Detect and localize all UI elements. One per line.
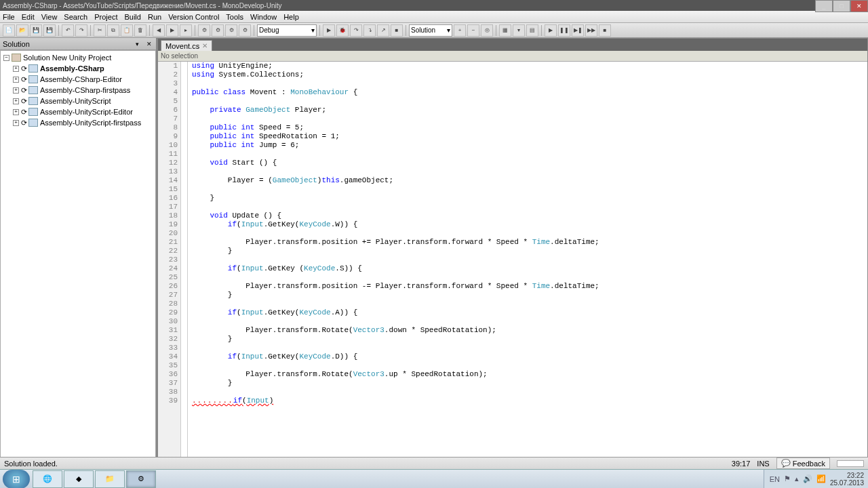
rebuild-button[interactable]: ⚙ (239, 24, 251, 37)
solution-tree[interactable]: −Solution New Unity Project+⟳Assembly-CS… (0, 50, 156, 469)
solution-panel-header: Solution ▾ ✕ (0, 38, 156, 50)
close-icon[interactable]: ✕ (202, 42, 208, 49)
minimize-button[interactable]: _ (815, 0, 833, 12)
config-combo[interactable]: Debug▾ (257, 24, 317, 37)
solution-root[interactable]: −Solution New Unity Project (1, 52, 155, 63)
panel-header-buttons: ▾ ✕ (132, 39, 153, 49)
save-all-button[interactable]: 💾 (43, 24, 56, 37)
breadcrumb-bar[interactable]: No selection (158, 51, 867, 62)
tray-volume-icon[interactable]: 🔊 (803, 474, 812, 483)
solution-item-3[interactable]: +⟳Assembly-UnityScript (1, 96, 155, 106)
step-out-button[interactable]: ↗ (377, 24, 389, 37)
menu-help[interactable]: Help (283, 13, 299, 21)
solution-combo[interactable]: Solution▾ (409, 24, 452, 37)
menu-edit[interactable]: Edit (22, 13, 35, 21)
menu-project[interactable]: Project (94, 13, 117, 21)
feedback-button[interactable]: 💬 Feedback (776, 458, 830, 469)
line-number-gutter: 1234567891011121314151617181920212223242… (158, 62, 181, 468)
open-button[interactable]: 📂 (16, 24, 28, 37)
solution-panel-title: Solution (3, 40, 30, 48)
feedback-label: Feedback (793, 460, 825, 468)
solution-item-2[interactable]: +⟳Assembly-CSharp-firstpass (1, 85, 155, 96)
status-bar: Solution loaded. 39:17 INS 💬 Feedback (0, 457, 868, 469)
menu-version-control[interactable]: Version Control (168, 13, 219, 21)
solution-item-4[interactable]: +⟳Assembly-UnityScript-Editor (1, 106, 155, 117)
util-button-1[interactable]: ▦ (499, 24, 511, 37)
windows-taskbar: ⊞ 🌐 ◆ 📁 ⚙ EN ⚑ ▴ 🔊 📶 23:22 25.07.2013 (0, 469, 868, 488)
taskbar-monodevelop[interactable]: ⚙ (126, 470, 156, 488)
taskbar-folder[interactable]: 📁 (95, 470, 125, 488)
run-button[interactable]: ▶ (323, 24, 335, 37)
util-button-2[interactable]: ▾ (513, 24, 525, 37)
tray-clock[interactable]: 23:22 25.07.2013 (830, 472, 864, 487)
save-button[interactable]: 💾 (30, 24, 42, 37)
status-message: Solution loaded. (4, 460, 58, 468)
step-into-button[interactable]: ↴ (363, 24, 376, 37)
target-button[interactable]: ◎ (481, 24, 493, 37)
step-button[interactable]: ▶❚ (572, 24, 584, 37)
redo-button[interactable]: ↷ (75, 24, 87, 37)
lang-indicator[interactable]: EN (770, 475, 780, 483)
feedback-icon: 💬 (781, 459, 791, 468)
code-editor[interactable]: 1234567891011121314151617181920212223242… (158, 62, 867, 468)
menu-view[interactable]: View (41, 13, 58, 21)
cut-button[interactable]: ✂ (94, 24, 106, 37)
separator (195, 25, 195, 36)
menu-search[interactable]: Search (64, 13, 87, 21)
util-button-3[interactable]: ▤ (526, 24, 538, 37)
undo-button[interactable]: ↶ (62, 24, 74, 37)
solution-panel: Solution ▾ ✕ −Solution New Unity Project… (0, 38, 157, 469)
build-button[interactable]: ⚙ (198, 24, 210, 37)
close-button[interactable]: ✕ (850, 0, 868, 12)
main-area: Solution ▾ ✕ −Solution New Unity Project… (0, 38, 868, 469)
panel-dropdown-icon[interactable]: ▾ (134, 41, 142, 49)
window-title-bar: Assembly-CSharp - Assets/YouTube/Scripts… (0, 0, 868, 11)
menu-file[interactable]: File (3, 13, 15, 21)
paste-button[interactable]: 📋 (121, 24, 133, 37)
taskbar-chrome[interactable]: 🌐 (33, 470, 62, 488)
taskbar-unity[interactable]: ◆ (64, 470, 94, 488)
delete-button[interactable]: 🗑 (134, 24, 146, 37)
separator (254, 25, 254, 36)
clean-button[interactable]: ⚙ (225, 24, 237, 37)
tray-network-icon[interactable]: 📶 (816, 474, 826, 483)
nav-back-button[interactable]: ◀ (153, 24, 165, 37)
end-button[interactable]: ■ (599, 24, 611, 37)
step-over-button[interactable]: ↷ (350, 24, 362, 37)
menu-build[interactable]: Build (124, 13, 140, 21)
insert-mode: INS (757, 460, 769, 468)
play-button[interactable]: ▶ (545, 24, 557, 37)
maximize-button[interactable]: □ (833, 0, 850, 12)
copy-button[interactable]: ⧉ (107, 24, 119, 37)
debug-button[interactable]: 🐞 (336, 24, 349, 37)
fold-column[interactable] (181, 62, 188, 468)
minus-button[interactable]: − (467, 24, 479, 37)
add-button[interactable]: + (454, 24, 466, 37)
nav-fwd-button[interactable]: ▶ (166, 24, 178, 37)
tab-strip: Movent.cs ✕ (158, 39, 867, 51)
solution-item-1[interactable]: +⟳Assembly-CSharp-Editor (1, 74, 155, 85)
nav-button[interactable]: ▸ (180, 24, 192, 37)
separator (149, 25, 150, 36)
stop-button[interactable]: ■ (391, 24, 403, 37)
tray-flag-icon[interactable]: ⚑ (784, 474, 791, 483)
skip-button[interactable]: ▶▶ (585, 24, 597, 37)
separator (496, 25, 496, 36)
panel-close-icon[interactable]: ✕ (145, 41, 153, 49)
tray-arrow-icon[interactable]: ▴ (795, 474, 799, 483)
caret-position: 39:17 (732, 460, 751, 468)
file-tab[interactable]: Movent.cs ✕ (161, 40, 212, 51)
build-all-button[interactable]: ⚙ (212, 24, 224, 37)
new-file-button[interactable]: 📄 (3, 24, 15, 37)
solution-item-0[interactable]: +⟳Assembly-CSharp (1, 63, 155, 74)
code-text-area[interactable]: using UnityEngine;using System.Collectio… (188, 62, 867, 468)
start-button[interactable]: ⊞ (3, 470, 30, 489)
menu-window[interactable]: Window (250, 13, 277, 21)
system-tray: EN ⚑ ▴ 🔊 📶 23:22 25.07.2013 (764, 470, 868, 488)
separator (319, 25, 320, 36)
pause-button[interactable]: ❚❚ (558, 24, 570, 37)
solution-item-5[interactable]: +⟳Assembly-UnityScript-firstpass (1, 117, 155, 128)
separator (406, 25, 406, 36)
menu-run[interactable]: Run (148, 13, 161, 21)
menu-tools[interactable]: Tools (226, 13, 243, 21)
